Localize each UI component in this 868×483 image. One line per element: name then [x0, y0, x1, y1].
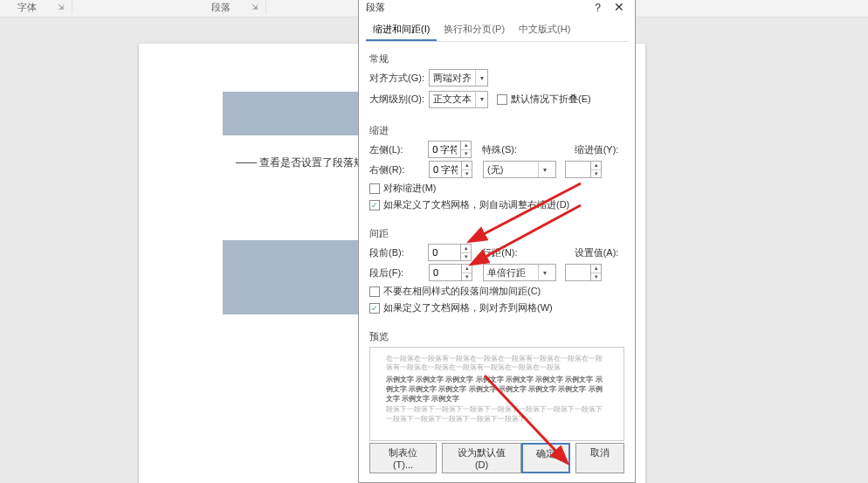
paragraph-dialog: 段落 ? ✕ 缩进和间距(I) 换行和分页(P) 中文版式(H) 常规 对齐方式… — [358, 0, 636, 483]
label-space-before: 段前(B): — [369, 246, 428, 259]
label-set-value: 设置值(A): — [575, 246, 624, 259]
dialog-tabs: 缩进和间距(I) 换行和分页(P) 中文版式(H) — [366, 19, 628, 42]
down-icon[interactable]: ▾ — [462, 273, 472, 281]
section-heading-spacing: 间距 — [369, 227, 624, 240]
alignment-combo[interactable]: 两端对齐 ▾ — [429, 69, 488, 86]
tab-chinese-typography[interactable]: 中文版式(H) — [512, 19, 577, 41]
label-left-indent: 左侧(L): — [369, 143, 428, 156]
right-indent-spinner[interactable]: ▴▾ — [429, 161, 472, 178]
preview-line: 在一段落在一段落有一段落在一段落在一段落有一段落在一段落在一段落有一段落在一段落… — [386, 355, 608, 373]
doc-text-line: —— 查看是否设置了段落规格 — [236, 155, 375, 170]
selection-block — [223, 92, 358, 135]
chevron-down-icon: ▾ — [538, 162, 550, 177]
special-indent-combo[interactable]: (无) ▾ — [483, 161, 556, 178]
tab-indent-spacing[interactable]: 缩进和间距(I) — [366, 19, 437, 41]
ribbon-group-paragraph: 段落 ⇲ — [204, 0, 266, 14]
label-special: 特殊(S): — [482, 143, 532, 156]
indent-value-spinner[interactable]: ▴▾ — [565, 161, 602, 178]
label-collapse: 默认情况下折叠(E) — [511, 93, 591, 106]
section-heading-preview: 预览 — [369, 330, 624, 343]
line-spacing-combo[interactable]: 单倍行距 ▾ — [483, 264, 556, 281]
up-icon[interactable]: ▴ — [462, 162, 472, 170]
ribbon-label-paragraph: 段落 — [211, 1, 231, 14]
help-icon[interactable]: ? — [595, 2, 601, 14]
close-icon[interactable]: ✕ — [610, 0, 628, 14]
cancel-button[interactable]: 取消 — [575, 443, 624, 473]
preview-box: 在一段落在一段落有一段落在一段落在一段落有一段落在一段落在一段落有一段落在一段落… — [369, 347, 624, 441]
outline-value: 正文文本 — [430, 93, 475, 106]
left-indent-spinner[interactable]: ▴▾ — [428, 141, 472, 158]
up-icon[interactable]: ▴ — [461, 245, 471, 253]
label-mirror: 对称缩进(M) — [383, 182, 437, 195]
chevron-down-icon: ▾ — [475, 70, 487, 86]
outline-combo[interactable]: 正文文本 ▾ — [429, 91, 488, 108]
no-space-checkbox[interactable] — [369, 286, 380, 297]
section-preview: 预览 — [359, 320, 635, 343]
ok-button[interactable]: 确定 — [521, 443, 570, 473]
tab-stops-button[interactable]: 制表位(T)... — [369, 443, 437, 473]
ribbon-expand-icon[interactable]: ⇲ — [251, 3, 258, 11]
ribbon-group-font: 字体 ⇲ — [10, 0, 72, 14]
up-icon[interactable]: ▴ — [591, 162, 601, 170]
space-after-input[interactable] — [429, 264, 462, 281]
dialog-button-row: 制表位(T)... 设为默认值(D) 确定 取消 — [359, 436, 635, 480]
label-auto-indent: 如果定义了文档网格，则自动调整右缩进(D) — [383, 198, 569, 211]
up-icon[interactable]: ▴ — [591, 265, 601, 273]
space-before-spinner[interactable]: ▴▾ — [428, 244, 472, 261]
up-icon[interactable]: ▴ — [461, 141, 471, 150]
section-indent: 缩进 左侧(L): ▴▾ 特殊(S): 缩进值(Y): 右侧(R): ▴▾ (无… — [359, 114, 635, 217]
down-icon[interactable]: ▾ — [461, 150, 471, 158]
section-heading-general: 常规 — [369, 52, 624, 66]
section-spacing: 间距 段前(B): ▴▾ 行距(N): 设置值(A): 段后(F): ▴▾ 单倍… — [359, 217, 635, 320]
right-indent-input[interactable] — [429, 161, 462, 178]
set-default-button[interactable]: 设为默认值(D) — [442, 443, 521, 473]
down-icon[interactable]: ▾ — [591, 170, 601, 178]
label-alignment: 对齐方式(G): — [369, 72, 429, 85]
ribbon-expand-icon[interactable]: ⇲ — [58, 3, 65, 11]
set-value-input[interactable] — [565, 264, 591, 281]
preview-sample-text: 示例文字 示例文字 示例文字 示例文字 示例文字 示例文字 示例文字 示例文字 … — [386, 375, 608, 404]
indent-value-input[interactable] — [565, 161, 591, 178]
up-icon[interactable]: ▴ — [462, 265, 472, 273]
line-spacing-value: 单倍行距 — [484, 266, 538, 279]
tab-line-page-breaks[interactable]: 换行和分页(P) — [437, 19, 512, 41]
space-before-input[interactable] — [428, 244, 461, 261]
section-heading-indent: 缩进 — [369, 124, 624, 137]
dialog-titlebar: 段落 ? ✕ — [359, 0, 635, 14]
preview-line: 段落下一段落下一段落下一段落下一段落下一段落下一段落下一段落下一段落下一段落下一… — [386, 405, 608, 424]
label-indent-value: 缩进值(Y): — [575, 143, 624, 156]
down-icon[interactable]: ▾ — [461, 253, 471, 261]
down-icon[interactable]: ▾ — [462, 170, 472, 178]
label-right-indent: 右侧(R): — [369, 163, 429, 176]
collapse-checkbox[interactable] — [497, 94, 507, 105]
down-icon[interactable]: ▾ — [591, 273, 601, 281]
label-snap-grid: 如果定义了文档网格，则对齐到网格(W) — [383, 301, 553, 314]
set-value-spinner[interactable]: ▴▾ — [565, 264, 602, 281]
label-space-after: 段后(F): — [369, 266, 429, 279]
left-indent-input[interactable] — [428, 141, 461, 158]
auto-indent-checkbox[interactable]: ✓ — [369, 200, 380, 210]
selection-block — [223, 240, 358, 314]
section-general: 常规 对齐方式(G): 两端对齐 ▾ 大纲级别(O): 正文文本 ▾ 默认情况下… — [359, 42, 635, 114]
mirror-indent-checkbox[interactable] — [369, 183, 380, 194]
label-outline: 大纲级别(O): — [369, 93, 429, 106]
chevron-down-icon: ▾ — [475, 92, 487, 107]
label-line-spacing: 行距(N): — [482, 246, 532, 259]
chevron-down-icon: ▾ — [538, 265, 550, 280]
ribbon-label-font: 字体 — [17, 1, 37, 14]
dialog-title: 段落 — [366, 1, 385, 14]
label-no-space: 不要在相同样式的段落间增加间距(C) — [383, 285, 541, 298]
space-after-spinner[interactable]: ▴▾ — [429, 264, 472, 281]
snap-grid-checkbox[interactable]: ✓ — [369, 303, 380, 314]
alignment-value: 两端对齐 — [430, 72, 475, 85]
special-value: (无) — [484, 163, 538, 176]
